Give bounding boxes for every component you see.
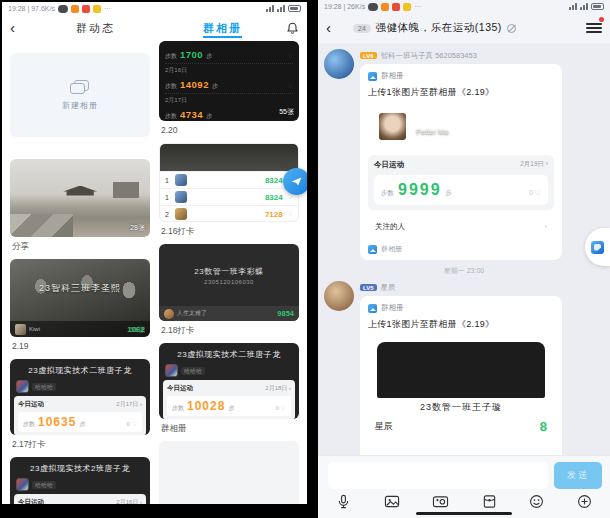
card-text: 上传1张图片至群相册《2.19》 xyxy=(368,318,554,331)
home-indicator xyxy=(416,512,512,516)
notification-bell-icon[interactable] xyxy=(286,22,299,35)
back-button[interactable]: ‹ xyxy=(326,18,348,38)
nickname-tag: 哈哈哈 xyxy=(181,367,205,375)
menu-red-dot xyxy=(599,17,604,22)
likes-count: 0 ♡ xyxy=(127,420,137,427)
app-badge-icon xyxy=(403,3,411,11)
nickname-tag: 哈哈哈 xyxy=(32,383,56,391)
message-input[interactable] xyxy=(328,462,548,489)
card-subtitle: 2305120106030 xyxy=(204,279,254,285)
date-link: 2月18日 › xyxy=(265,384,291,393)
album-caption: 2.16打卡 xyxy=(161,226,297,236)
emoji-icon[interactable] xyxy=(529,494,544,509)
right-screenshot-group-chat: 19:28 | 26K/s ··· ‹ 24 强健体魄，乐在运动(135) LV… xyxy=(318,0,610,518)
album-card-partial[interactable] xyxy=(159,441,299,504)
nickname-tag: 哈哈哈 xyxy=(32,481,56,489)
album-card-220[interactable]: 步数1700步♡ 2月16日 步数14092步♡ 2月17日 步数4734步♡ … xyxy=(159,41,299,121)
wifi-icon xyxy=(580,3,588,10)
album-card-216[interactable]: 1 8324 ♡ 1 8324 ♡ 2 7128 xyxy=(159,143,299,222)
photo-attachment[interactable]: 23数管一班王子璇 星辰 8 xyxy=(368,337,554,455)
sport-summary: 今日运动2月17日 › 步数 10635 步 0 ♡ xyxy=(14,396,146,435)
steps-label: 步数 xyxy=(23,420,35,429)
steps-value: 1700 xyxy=(180,49,203,60)
photo-info-bar: Kiwi 1062 xyxy=(10,321,150,337)
card-tag: 群相册 xyxy=(381,303,404,313)
section-label: 今日运动 xyxy=(18,400,44,409)
gallery-icon[interactable] xyxy=(384,494,400,509)
assistant-gem-icon xyxy=(591,241,604,254)
temple-photo xyxy=(63,186,97,196)
album-share-card[interactable]: 群相册 上传1张图片至群相册《2.19》 23数管一班王子璇 星辰 8 xyxy=(360,296,562,455)
tab-group-dynamics[interactable]: 群动态 xyxy=(32,21,159,36)
app-badge-icon xyxy=(93,5,101,13)
date-link[interactable]: 2月19日 › xyxy=(520,160,548,170)
album-share-card[interactable]: 群相册 上传1张图片至群相册《2.19》 Petter Ma 今日运动 2月19… xyxy=(360,64,562,260)
app-badge-icon xyxy=(392,3,400,11)
send-button[interactable]: 发送 xyxy=(554,462,602,489)
battery-icon xyxy=(288,5,301,12)
avatar[interactable] xyxy=(324,281,354,311)
wifi-icon xyxy=(277,5,285,12)
uploader-name: 人生太难了 xyxy=(177,309,207,318)
screenshot-name: 星辰 xyxy=(375,420,393,433)
signal-icon xyxy=(266,5,274,12)
red-packet-icon[interactable] xyxy=(482,494,497,509)
new-album-card[interactable]: 新建相册 xyxy=(10,53,150,137)
level-badge: LV5 xyxy=(360,284,377,291)
follow-row[interactable]: 关注的人 › xyxy=(368,216,554,238)
likes-count[interactable]: 0 ♡ xyxy=(529,189,541,197)
camera-icon[interactable] xyxy=(432,494,449,509)
album-card-217[interactable]: 23虚拟现实技术二班唐子龙 哈哈哈 今日运动2月17日 › 步数 10635 步… xyxy=(10,359,150,435)
album-card-219[interactable]: 23智科三班李圣熙 55张 Kiwi 1062 xyxy=(10,259,150,337)
like-icon: ♡ xyxy=(288,52,293,59)
section-label: 今日运动 xyxy=(18,498,44,504)
album-stack-icon xyxy=(70,80,90,94)
avatar xyxy=(165,364,178,377)
album-tag-icon xyxy=(368,72,377,81)
date-header: 2月17日 xyxy=(165,93,293,106)
steps-label: 步数 xyxy=(381,189,394,198)
unread-count-badge: 24 xyxy=(353,24,371,33)
status-bar: 19:28 | 26K/s ··· xyxy=(318,0,610,13)
back-button[interactable]: ‹ xyxy=(10,18,32,38)
album-caption: 2.20 xyxy=(161,125,297,135)
date-link: 2月17日 › xyxy=(116,400,142,409)
photo-name-label: Petter Ma xyxy=(416,127,449,136)
photo-overlay-title: 23智科三班李圣熙 xyxy=(10,282,150,295)
paper-plane-icon xyxy=(290,175,303,188)
album-footer-link[interactable]: 群相册 xyxy=(368,244,554,254)
album-card-215[interactable]: 23虚拟现实技术2班唐子龙 哈哈哈 今日运动2月16日 › 步数 8096 步 … xyxy=(10,457,150,504)
date-link: 2月16日 › xyxy=(116,498,142,504)
photo-info-bar: 人生太难了 9854 xyxy=(159,306,299,321)
steps-value: 8324 xyxy=(265,176,283,185)
avatar[interactable] xyxy=(324,49,354,79)
menu-button[interactable] xyxy=(586,21,602,35)
album-nav-bar: ‹ 群动态 群相册 xyxy=(2,15,307,41)
album-card-group[interactable]: 23虚拟现实技术二班唐子龙 哈哈哈 今日运动2月18日 › 步数 10028 步… xyxy=(159,343,299,419)
date-header: 2月16日 xyxy=(165,63,293,76)
input-toolbar xyxy=(318,494,610,509)
steps-value: 7128 xyxy=(265,210,283,219)
battery-icon xyxy=(591,3,604,10)
photo-attachment[interactable]: Petter Ma xyxy=(368,105,554,149)
floating-window-button[interactable] xyxy=(283,168,307,195)
screenshot-title: 23数管一班王子璇 xyxy=(375,401,547,414)
photo-count-badge: 55张 xyxy=(279,107,294,117)
avatar xyxy=(175,191,187,203)
plus-icon[interactable] xyxy=(577,494,592,509)
steps-value: 4734 xyxy=(180,109,203,120)
steps-value: 9854 xyxy=(277,309,294,318)
chat-message-list[interactable]: LV6 智科一班马子真 5620583453 群相册 上传1张图片至群相册《2.… xyxy=(318,43,610,455)
mic-icon[interactable] xyxy=(336,494,351,509)
chat-header: ‹ 24 强健体魄，乐在运动(135) xyxy=(318,13,610,43)
avatar xyxy=(377,111,408,142)
album-card-218[interactable]: 23数管一班李彩蝶 2305120106030 人生太难了 9854 xyxy=(159,244,299,321)
app-badge-icon xyxy=(381,3,389,11)
card-title: 23虚拟现实技术2班唐子龙 xyxy=(14,463,146,474)
more-dots: ··· xyxy=(104,5,111,12)
album-caption: 群相册 xyxy=(161,423,297,433)
tab-group-album[interactable]: 群相册 xyxy=(159,21,286,36)
card-title: 23虚拟现实技术二班唐子龙 xyxy=(163,349,295,360)
album-card-share[interactable]: 28张 xyxy=(10,159,150,237)
card-title: 23数管一班李彩蝶 xyxy=(194,266,263,277)
